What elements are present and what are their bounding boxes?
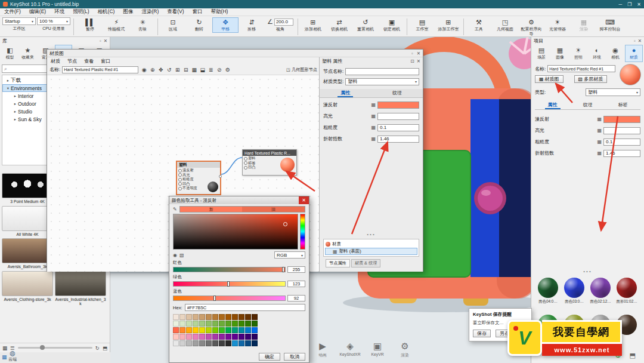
toolbar-button[interactable]: ◳ 几何视图 — [492, 17, 518, 33]
palette-swatch[interactable] — [173, 327, 179, 333]
diffuse-color-swatch[interactable] — [603, 116, 640, 123]
properties-tab[interactable]: 属性 — [338, 89, 353, 97]
palette-swatch[interactable] — [245, 334, 251, 340]
material-graph-button[interactable]: ▦ 材质图 — [535, 75, 564, 83]
toolbar-button[interactable] — [463, 19, 464, 35]
expand-arrow-icon[interactable]: ▾ — [5, 86, 11, 91]
pin-panel-icon[interactable]: ⊡ — [410, 59, 414, 64]
channel-value[interactable]: 255 — [287, 266, 305, 273]
maximize-button[interactable]: ❐ — [627, 2, 631, 7]
graph-material-name-input[interactable] — [62, 66, 138, 73]
library-tab[interactable]: ★ 收藏夹 — [19, 45, 36, 62]
close-panel-icon[interactable]: ✕ — [638, 38, 642, 44]
project-tab[interactable]: ◉ 相机 — [606, 45, 624, 62]
palette-swatch[interactable] — [239, 327, 244, 333]
palette-swatch[interactable] — [232, 314, 238, 320]
material-library-item[interactable]: 面色03:0… — [561, 276, 587, 313]
specular-color-swatch[interactable] — [603, 127, 640, 134]
texture-icon[interactable]: ▦ — [597, 128, 602, 133]
close-button[interactable]: ✕ — [637, 2, 641, 7]
color-mode-select[interactable]: RGB ▾ — [274, 251, 305, 259]
palette-swatch[interactable] — [239, 340, 244, 346]
channel-value[interactable]: 123 — [287, 281, 305, 287]
palette-swatch[interactable] — [239, 321, 244, 327]
palette-swatch[interactable] — [193, 327, 199, 333]
close-panel-icon[interactable]: ✕ — [104, 38, 107, 44]
node-pin[interactable]: 凹凸 — [243, 165, 276, 170]
menu-item[interactable]: 节点 — [64, 58, 80, 64]
hue-strip[interactable] — [300, 214, 305, 250]
texture-icon[interactable]: ▦ — [597, 116, 602, 122]
toolbar-button[interactable]: ⚙ 配置程序向导 — [518, 17, 544, 37]
toolbar-button[interactable]: ↻ 翻转 — [186, 17, 212, 33]
float-window-icon[interactable]: ▫ — [411, 51, 413, 56]
bottom-tool-button[interactable]: ⚙ 渲染 — [394, 341, 416, 358]
palette-swatch[interactable] — [232, 321, 238, 327]
expand-arrow-icon[interactable]: ▸ — [13, 117, 18, 122]
material-preview-sphere[interactable] — [620, 64, 641, 85]
palette-swatch[interactable] — [193, 321, 199, 327]
menu-item[interactable]: 照明(L) — [69, 8, 93, 16]
palette-swatch[interactable] — [212, 334, 218, 340]
toolbar-button[interactable]: ⊞ 添加相机 — [300, 17, 326, 33]
library-list-icon[interactable]: ⬒ — [630, 352, 636, 359]
environment-thumbnail[interactable]: Aversis_Bathroom_3k — [2, 238, 53, 269]
slider-handle[interactable] — [282, 267, 284, 272]
toolbar-button[interactable] — [298, 19, 298, 35]
roughness-input[interactable]: 0.1 — [377, 124, 419, 131]
workspace-selector[interactable]: Startup▾ 工作区 — [2, 17, 36, 32]
slider-handle[interactable] — [213, 296, 216, 301]
palette-swatch[interactable] — [239, 334, 244, 340]
saturation-value-field[interactable] — [173, 214, 298, 250]
palette-swatch[interactable] — [225, 340, 231, 346]
palette-swatch[interactable] — [219, 334, 225, 340]
palette-swatch[interactable] — [225, 327, 231, 333]
texture-icon[interactable]: ▦ — [371, 125, 376, 130]
menu-item[interactable]: 编辑(E) — [25, 8, 50, 16]
apps-grid-icon[interactable]: ▦ — [2, 354, 7, 360]
toolbar-button[interactable]: ✳ 去噪 — [129, 17, 156, 33]
plastic-shader-node[interactable]: 塑料 漫反射高光粗糙度凹凸不透明度 — [177, 161, 221, 195]
project-tab[interactable]: ▦ 图像 — [551, 45, 569, 62]
node-output-pin[interactable] — [219, 175, 222, 178]
slider-handle[interactable] — [227, 281, 230, 287]
ior-input[interactable]: 1.46 — [603, 150, 640, 157]
material-library-item[interactable]: 面形01:02… — [614, 276, 640, 313]
palette-swatch[interactable] — [212, 327, 218, 333]
graph-tool-icon[interactable]: ⚙ — [224, 67, 231, 73]
expand-arrow-icon[interactable]: ▸ — [13, 109, 18, 114]
texture-icon[interactable]: ▦ — [371, 136, 376, 141]
palette-swatch[interactable] — [186, 314, 192, 320]
grid-view-icon[interactable]: ▦ — [2, 345, 7, 351]
toolbar-button[interactable]: ⚒ 工具 — [466, 17, 492, 33]
slider-track[interactable] — [173, 281, 286, 287]
tree-item-material[interactable]: 材质 — [325, 241, 417, 248]
property-tab[interactable]: 标签 — [615, 101, 631, 109]
import-icon[interactable]: ⬒ — [103, 345, 107, 351]
float-panel-icon[interactable]: ▫ — [634, 38, 636, 44]
close-window-icon[interactable]: ✕ — [417, 51, 420, 56]
toolbar-button[interactable]: ⇄ 切换相机 — [326, 17, 352, 33]
node-pin[interactable]: 粗糙度 — [177, 177, 220, 182]
swatch-mode-icon[interactable]: ▧ — [179, 253, 184, 258]
property-tab[interactable]: 属性 — [545, 101, 561, 109]
palette-swatch[interactable] — [252, 334, 258, 340]
cpu-usage-selector[interactable]: 100 %▾ CPU 使用量 — [37, 17, 70, 32]
menu-item[interactable]: 渲染(R) — [137, 8, 163, 16]
menu-item[interactable]: 窗口 — [188, 8, 207, 16]
toolbar-button[interactable]: ⊡ 区域 — [160, 17, 186, 33]
perspective-tool[interactable]: ∠ 视角 — [266, 17, 295, 33]
toolbar-button[interactable]: ⌨ 脚本控制台 — [597, 17, 623, 33]
environment-thumbnail[interactable]: Aversis_Industrial-kitchen_3k — [55, 271, 106, 306]
channel-value[interactable]: 92 — [287, 295, 305, 302]
palette-swatch[interactable] — [193, 314, 199, 320]
menu-item[interactable]: 窗口 — [97, 58, 114, 64]
palette-swatch[interactable] — [232, 327, 238, 333]
palette-swatch[interactable] — [219, 314, 225, 320]
material-library-item[interactable]: 面色02:12… — [587, 276, 614, 313]
palette-swatch[interactable] — [219, 340, 225, 346]
perspective-value-input[interactable] — [274, 19, 293, 26]
close-panel-icon[interactable]: ✕ — [417, 59, 420, 64]
graph-tool-icon[interactable]: ⊟ — [182, 67, 190, 73]
project-tab[interactable]: ☀ 照明 — [569, 45, 587, 62]
